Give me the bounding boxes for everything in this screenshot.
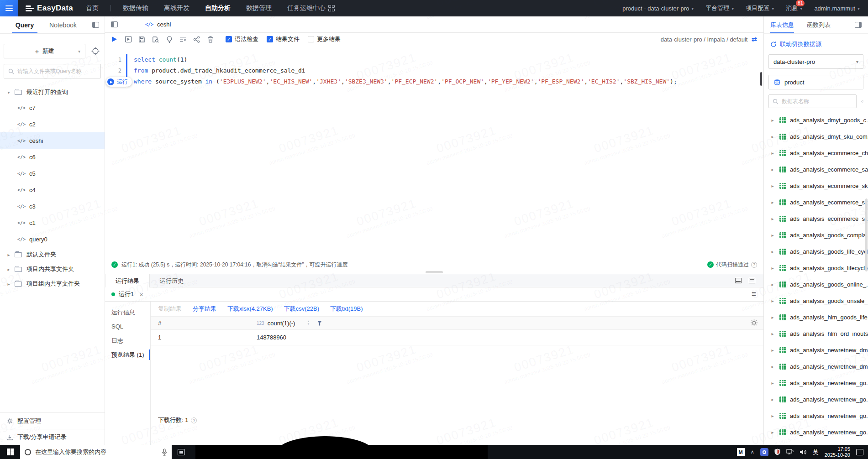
sidebar-folder-item[interactable]: ▸项目组内共享文件夹 <box>0 276 105 291</box>
sidebar-file-item[interactable]: </>query0 <box>0 231 105 247</box>
taskbar-search-input[interactable] <box>35 449 158 455</box>
minimize-panel-icon[interactable] <box>735 278 742 283</box>
filter-funnel-icon[interactable] <box>317 321 322 326</box>
table-list-item[interactable]: ▸ads_analysis_hlm_goods_life... <box>764 309 868 325</box>
results-action-link[interactable]: 下载csv(22B) <box>284 305 319 313</box>
table-list-item[interactable]: ▸ads_analysis_goods_onsale_... <box>764 292 868 309</box>
help-question-icon[interactable]: ? <box>191 417 197 423</box>
checkbox-box[interactable] <box>308 36 314 42</box>
table-list-item[interactable]: ▸ads_analysis_newretnew_go... <box>764 391 868 407</box>
table-settings-gear-icon[interactable] <box>750 319 758 327</box>
tab-run-history[interactable]: 运行历史 <box>150 274 194 287</box>
sidebar-file-item[interactable]: </>c5 <box>0 165 105 182</box>
config-management-item[interactable]: 配置管理 <box>0 413 105 429</box>
run-line-button[interactable]: 运行 <box>106 77 132 87</box>
refresh-icon[interactable] <box>861 97 863 106</box>
sidebar-file-item[interactable]: </>c6 <box>0 149 105 165</box>
topnav-item[interactable]: 离线开发 <box>164 4 189 12</box>
table-search-input[interactable] <box>782 98 852 104</box>
sidebar-file-item[interactable]: </>c1 <box>0 214 105 231</box>
checkbox-box[interactable]: ✓ <box>267 36 273 42</box>
sidebar-folder-item[interactable]: ▸默认文件夹 <box>0 247 105 262</box>
topnav-item[interactable]: 首页 <box>86 4 99 12</box>
sidebar-file-item[interactable]: </>ceshi <box>0 132 105 149</box>
table-list-item[interactable]: ▸ads_analysis_goods_life_cycl... <box>764 243 868 260</box>
maximize-panel-icon[interactable] <box>749 278 755 283</box>
topnav-item[interactable]: 自助分析 <box>205 4 231 12</box>
sql-editor[interactable]: 1select count(1)2from product.dwd_trade_… <box>105 46 763 259</box>
database-field[interactable]: product <box>768 75 863 89</box>
platform-menu[interactable]: 平台管理 ▾ <box>705 4 734 12</box>
rightbar-collapse-icon[interactable] <box>855 22 862 28</box>
table-list-item[interactable]: ▸ads_analysis_goods_complai... <box>764 227 868 243</box>
splitter-handle[interactable] <box>426 271 443 273</box>
table-list-item[interactable]: ▸ads_analysis_newretnew_go... <box>764 407 868 424</box>
list-menu-icon[interactable]: ≡ <box>752 290 756 299</box>
save-as-icon[interactable] <box>152 36 159 43</box>
results-menu-item[interactable]: 日志 <box>105 334 150 348</box>
results-menu-item[interactable]: 运行信息 <box>105 305 150 319</box>
speaker-icon[interactable] <box>800 449 807 455</box>
editor-collapse-icon[interactable] <box>111 21 118 27</box>
share-icon[interactable] <box>193 36 200 43</box>
results-action-link[interactable]: 分享结果 <box>193 305 216 313</box>
run-selection-icon[interactable] <box>124 36 132 43</box>
checkbox-checked[interactable]: ✓语法检查 <box>226 35 258 43</box>
results-action-link[interactable]: 下载txt(19B) <box>330 305 363 313</box>
table-list-item[interactable]: ▸ads_analysis_ecommerce_sk... <box>764 210 868 227</box>
download-share-records-item[interactable]: 下载/分享申请记录 <box>0 429 105 445</box>
checkbox-box[interactable]: ✓ <box>226 36 232 42</box>
execution-plan-icon[interactable] <box>179 36 187 43</box>
notification-center-icon[interactable] <box>856 449 863 455</box>
apps-grid-icon[interactable] <box>328 5 335 11</box>
hint-bulb-icon[interactable] <box>165 36 173 43</box>
windows-start-button[interactable] <box>0 445 20 459</box>
table-list-item[interactable]: ▸ads_analysis_dmyt_sku_com... <box>764 128 868 145</box>
table-list-item[interactable]: ▸ads_analysis_newretnew_go... <box>764 424 868 440</box>
results-menu-item[interactable]: SQL <box>105 319 150 334</box>
checkbox-unchecked[interactable]: 更多结果 <box>308 35 341 43</box>
topnav-item[interactable]: 数据传输 <box>123 4 148 12</box>
tab-run-results[interactable]: 运行结果 <box>105 274 150 287</box>
results-menu-item[interactable]: 预览结果 (1) <box>105 348 150 362</box>
run-instance-label[interactable]: 运行1 <box>119 290 134 298</box>
table-list-item[interactable]: ▸ads_analysis_dmyt_goods_c... <box>764 112 868 128</box>
sidebar-file-item[interactable]: </>c4 <box>0 182 105 198</box>
topnav-item[interactable]: 任务运维中心 <box>287 4 326 12</box>
table-list-item[interactable]: ▸ads_analysis_newretnew_dm... <box>764 342 868 358</box>
results-action-link[interactable]: 下载xlsx(4.27KB) <box>227 305 273 313</box>
tab-notebook[interactable]: Notebook <box>44 16 82 33</box>
table-list-item[interactable]: ▸ads_analysis_ecommerce_sk... <box>764 177 868 194</box>
sidebar-folder-item[interactable]: ▸项目内共享文件夹 <box>0 262 105 276</box>
messages-menu[interactable]: 消息 ▾ 81 <box>786 4 802 12</box>
close-icon[interactable]: × <box>139 291 143 298</box>
table-list-item[interactable]: ▸ads_analysis_newretnew_dm... <box>764 358 868 375</box>
tray-blue-app-icon[interactable] <box>760 448 768 456</box>
results-action-link[interactable]: 复制结果 <box>158 305 182 313</box>
user-menu[interactable]: admin.mammut ▾ <box>814 5 860 12</box>
microphone-icon[interactable] <box>162 449 167 456</box>
save-icon[interactable] <box>138 36 146 43</box>
table-list-item[interactable]: ▸ads_analysis_newretnew_go... <box>764 375 868 391</box>
table-list-item[interactable]: ▸ads_analysis_ecommerce_sa... <box>764 161 868 177</box>
topnav-item[interactable]: 数据管理 <box>246 4 272 12</box>
sidebar-file-item[interactable]: </>c2 <box>0 116 105 132</box>
run-icon[interactable] <box>110 36 118 43</box>
language-indicator[interactable]: 英 <box>813 448 819 456</box>
table-list-item[interactable]: ▸ads_analysis_goods_online_... <box>764 276 868 292</box>
table-list-item[interactable]: ▸ads_analysis_ecommerce_ch... <box>764 145 868 161</box>
editor-scrollbar-thumb[interactable] <box>760 72 762 86</box>
m-app-icon[interactable]: M <box>737 448 745 456</box>
cluster-select[interactable]: data-cluster-pro ▾ <box>768 54 863 69</box>
table-list-item[interactable]: ▸ads_analysis_hlm_ord_inouts... <box>764 325 868 342</box>
tab-function-list[interactable]: 函数列表 <box>807 16 831 33</box>
rightbar-scrollbar-thumb[interactable] <box>865 198 868 271</box>
tab-table-info[interactable]: 库表信息 <box>770 16 794 33</box>
project-config-menu[interactable]: 项目配置 ▾ <box>746 4 774 12</box>
sort-control[interactable]: ▲ ▼ <box>307 320 310 326</box>
switch-datasource-link[interactable]: 联动切换数据源 <box>770 40 868 48</box>
project-selector[interactable]: product - data-cluster-pro ▾ <box>622 5 694 12</box>
task-view-icon[interactable] <box>178 449 185 455</box>
table-list-item[interactable]: ▸ads_analysis_ecommerce_sk... <box>764 194 868 210</box>
tab-query[interactable]: Query <box>5 16 44 33</box>
